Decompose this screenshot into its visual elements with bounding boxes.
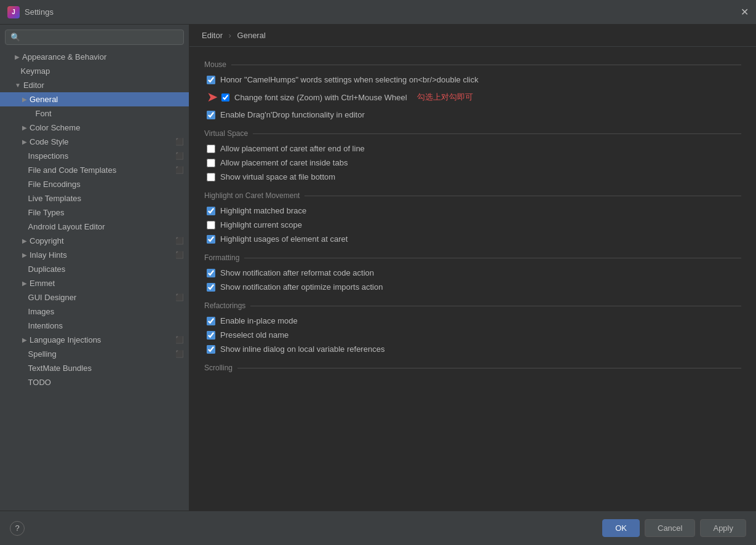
vs-bottom-label[interactable]: Show virtual space at file bottom: [220, 172, 335, 181]
inline-dialog-checkbox[interactable]: [207, 345, 215, 354]
sidebar: 🔍 ▶ Appearance & Behavior Keymap ▼ Edito…: [0, 25, 189, 511]
sidebar-item-duplicates[interactable]: Duplicates: [0, 262, 189, 276]
breadcrumb-separator: ›: [229, 31, 231, 40]
section-mouse-label: Mouse: [204, 60, 741, 69]
preselect-name-checkbox[interactable]: [207, 331, 215, 340]
breadcrumb-parent: Editor: [202, 31, 223, 40]
reset-icon: ⬛: [175, 138, 184, 146]
help-button[interactable]: ?: [10, 521, 25, 536]
option-virtual-space-bottom: Show virtual space at file bottom: [204, 172, 741, 181]
breadcrumb-child: General: [237, 31, 266, 40]
sidebar-item-inspections[interactable]: Inspections ⬛: [0, 149, 189, 163]
notify-optimize-label[interactable]: Show notification after optimize imports…: [220, 282, 383, 292]
search-input[interactable]: [23, 33, 178, 42]
reset-icon: ⬛: [175, 350, 184, 358]
sidebar-item-inlay-hints[interactable]: ▶ Inlay Hints ⬛: [0, 248, 189, 262]
content-area: Mouse Honor "CamelHumps" words settings …: [189, 47, 756, 511]
sidebar-item-gui-designer[interactable]: GUI Designer ⬛: [0, 290, 189, 304]
vs-bottom-checkbox[interactable]: [207, 173, 215, 181]
app-icon: J: [7, 6, 20, 18]
sidebar-item-label: Editor: [23, 81, 44, 90]
sidebar-item-textmate-bundles[interactable]: TextMate Bundles: [0, 361, 189, 375]
expand-arrow: [22, 167, 26, 173]
option-camel-humps: Honor "CamelHumps" words settings when s…: [204, 75, 741, 84]
sidebar-item-label: File and Code Templates: [28, 165, 117, 175]
expand-arrow: [22, 209, 26, 216]
hl-usages-label[interactable]: Highlight usages of element at caret: [220, 234, 348, 244]
sidebar-item-editor[interactable]: ▼ Editor: [0, 78, 189, 92]
in-place-checkbox[interactable]: [207, 317, 215, 325]
sidebar-item-color-scheme[interactable]: ▶ Color Scheme: [0, 121, 189, 135]
annotation-text: 勾选上对勾即可: [417, 92, 473, 103]
sidebar-item-live-templates[interactable]: Live Templates: [0, 191, 189, 205]
expand-arrow: [22, 294, 26, 301]
caret-tabs-checkbox[interactable]: [207, 159, 215, 167]
hl-brace-label[interactable]: Highlight matched brace: [220, 206, 306, 215]
caret-eol-checkbox[interactable]: [207, 145, 215, 153]
sidebar-item-general[interactable]: ▶ General: [0, 92, 189, 106]
sidebar-item-label: TODO: [28, 378, 51, 387]
sidebar-item-label: Android Layout Editor: [28, 222, 105, 231]
sidebar-item-keymap[interactable]: Keymap: [0, 64, 189, 78]
expand-arrow: ▼: [15, 82, 21, 89]
hl-usages-checkbox[interactable]: [207, 235, 215, 244]
cancel-button[interactable]: Cancel: [645, 519, 695, 537]
search-box[interactable]: 🔍: [5, 30, 184, 45]
reset-icon: ⬛: [175, 293, 184, 301]
camel-humps-label[interactable]: Honor "CamelHumps" words settings when s…: [220, 75, 479, 84]
search-icon: 🔍: [10, 33, 20, 42]
sidebar-item-label: General: [30, 95, 58, 104]
sidebar-item-label: File Types: [28, 208, 65, 217]
notify-reformat-checkbox[interactable]: [207, 269, 215, 277]
bottom-bar: ? OK Cancel Apply: [0, 511, 756, 545]
expand-arrow: [22, 322, 26, 329]
sidebar-item-language-injections[interactable]: ▶ Language Injections ⬛: [0, 333, 189, 347]
option-preselect-old-name: Preselect old name: [204, 330, 741, 340]
zoom-ctrl-wheel-checkbox[interactable]: [221, 93, 229, 101]
expand-arrow: ▶: [22, 124, 27, 131]
sidebar-item-spelling[interactable]: Spelling ⬛: [0, 347, 189, 361]
option-inline-dialog: Show inline dialog on local variable ref…: [204, 344, 741, 354]
sidebar-item-code-style[interactable]: ▶ Code Style ⬛: [0, 135, 189, 149]
caret-eol-label[interactable]: Allow placement of caret after end of li…: [220, 144, 365, 153]
sidebar-item-android-layout-editor[interactable]: Android Layout Editor: [0, 220, 189, 234]
zoom-ctrl-wheel-label[interactable]: Change font size (Zoom) with Ctrl+Mouse …: [234, 93, 407, 102]
option-zoom-ctrl-wheel: ➤ Change font size (Zoom) with Ctrl+Mous…: [204, 89, 741, 105]
section-refactorings-label: Refactorings: [204, 301, 741, 310]
sidebar-item-font[interactable]: Font: [0, 106, 189, 121]
hl-scope-checkbox[interactable]: [207, 221, 215, 229]
expand-arrow: ▶: [22, 96, 27, 103]
sidebar-item-images[interactable]: Images: [0, 304, 189, 319]
sidebar-item-copyright[interactable]: ▶ Copyright ⬛: [0, 234, 189, 248]
sidebar-item-label: Inlay Hints: [30, 250, 67, 260]
drag-drop-label[interactable]: Enable Drag'n'Drop functionality in edit…: [220, 110, 365, 119]
sidebar-item-emmet[interactable]: ▶ Emmet: [0, 276, 189, 290]
sidebar-item-label: Spelling: [28, 349, 57, 359]
sidebar-item-intentions[interactable]: Intentions: [0, 319, 189, 333]
ok-button[interactable]: OK: [602, 519, 640, 537]
caret-tabs-label[interactable]: Allow placement of caret inside tabs: [220, 158, 348, 167]
hl-brace-checkbox[interactable]: [207, 207, 215, 215]
title-bar: J Settings ✕: [0, 0, 756, 25]
preselect-name-label[interactable]: Preselect old name: [220, 330, 288, 340]
expand-arrow: [22, 195, 26, 202]
close-button[interactable]: ✕: [741, 7, 749, 17]
sidebar-item-file-types[interactable]: File Types: [0, 205, 189, 220]
notify-optimize-checkbox[interactable]: [207, 283, 215, 292]
sidebar-item-appearance[interactable]: ▶ Appearance & Behavior: [0, 50, 189, 64]
sidebar-item-file-encodings[interactable]: File Encodings: [0, 177, 189, 191]
expand-arrow: [22, 181, 26, 188]
camel-humps-checkbox[interactable]: [207, 76, 215, 84]
in-place-label[interactable]: Enable in-place mode: [220, 316, 298, 325]
option-highlight-usages: Highlight usages of element at caret: [204, 234, 741, 244]
sidebar-item-label: Font: [36, 109, 52, 118]
notify-reformat-label[interactable]: Show notification after reformat code ac…: [220, 268, 374, 277]
section-scrolling-label: Scrolling: [204, 364, 741, 372]
apply-button[interactable]: Apply: [700, 519, 746, 537]
drag-drop-checkbox[interactable]: [207, 111, 215, 119]
sidebar-item-file-code-templates[interactable]: File and Code Templates ⬛: [0, 163, 189, 177]
inline-dialog-label[interactable]: Show inline dialog on local variable ref…: [220, 344, 384, 354]
hl-scope-label[interactable]: Highlight current scope: [220, 220, 302, 229]
sidebar-item-todo[interactable]: TODO: [0, 375, 189, 389]
sidebar-item-label: Images: [28, 307, 55, 316]
